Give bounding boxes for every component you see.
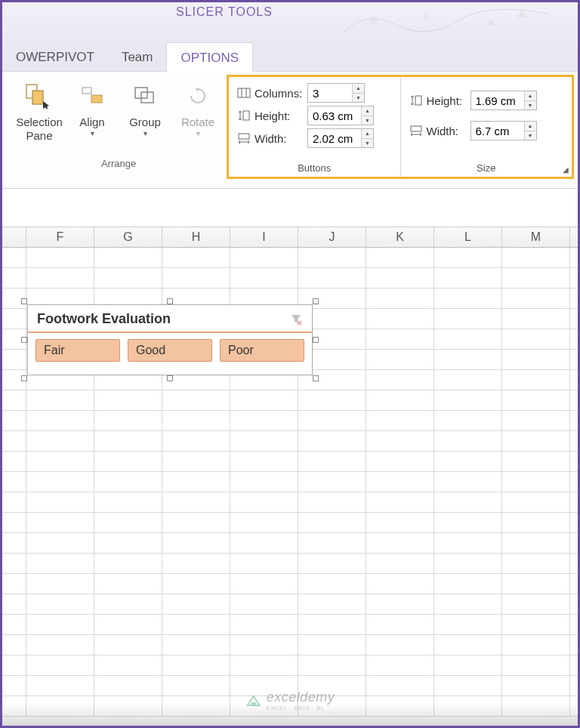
cell[interactable] — [94, 513, 162, 532]
cell[interactable] — [434, 492, 502, 512]
cell[interactable] — [2, 411, 26, 430]
cell[interactable] — [2, 615, 26, 634]
cell[interactable] — [502, 574, 570, 594]
grid-row[interactable] — [2, 513, 578, 533]
cell[interactable] — [502, 615, 570, 634]
cell[interactable] — [366, 676, 434, 696]
cell[interactable] — [434, 390, 502, 410]
cell[interactable] — [434, 370, 502, 390]
slicer-item-poor[interactable]: Poor — [220, 339, 304, 362]
cell[interactable] — [94, 594, 162, 614]
spin-up-icon[interactable]: ▲ — [525, 91, 536, 101]
cell[interactable] — [26, 594, 94, 614]
cell[interactable] — [434, 513, 502, 532]
cell[interactable] — [2, 533, 26, 553]
col-header[interactable]: K — [366, 227, 434, 247]
cell[interactable] — [502, 350, 570, 369]
cell[interactable] — [94, 554, 162, 573]
cell[interactable] — [230, 574, 298, 594]
cell[interactable] — [162, 431, 230, 451]
cell[interactable] — [2, 431, 26, 451]
cell[interactable] — [434, 288, 502, 308]
button-height-input-wrap[interactable]: ▲▼ — [307, 106, 374, 125]
cell[interactable] — [366, 452, 434, 471]
cell[interactable] — [366, 288, 434, 308]
cell[interactable] — [366, 533, 434, 553]
cell[interactable] — [502, 329, 570, 349]
cell[interactable] — [26, 696, 94, 716]
spin-up-icon[interactable]: ▲ — [362, 129, 373, 139]
grid-row[interactable] — [2, 533, 578, 554]
cell[interactable] — [434, 350, 502, 369]
cell[interactable] — [502, 431, 570, 451]
cell[interactable] — [2, 350, 26, 369]
cell[interactable] — [230, 431, 298, 451]
cell[interactable] — [434, 656, 502, 675]
cell[interactable] — [162, 676, 230, 696]
cell[interactable] — [2, 288, 26, 308]
cell[interactable] — [298, 533, 366, 553]
cell[interactable] — [26, 676, 94, 696]
cell[interactable] — [434, 574, 502, 594]
cell[interactable] — [230, 492, 298, 512]
cell[interactable] — [298, 268, 366, 288]
cell[interactable] — [2, 452, 26, 471]
cell[interactable] — [162, 696, 230, 716]
col-header[interactable]: M — [502, 227, 570, 247]
group-button[interactable]: Group ▾ — [120, 76, 170, 158]
cell[interactable] — [26, 615, 94, 634]
cell[interactable] — [26, 472, 94, 492]
cell[interactable] — [298, 492, 366, 512]
cell[interactable] — [366, 635, 434, 655]
cell[interactable] — [2, 248, 26, 267]
slicer-item-good[interactable]: Good — [128, 339, 212, 362]
cell[interactable] — [162, 533, 230, 553]
size-width-input[interactable] — [471, 122, 524, 140]
cell[interactable] — [230, 268, 298, 288]
cell[interactable] — [366, 309, 434, 329]
cell[interactable] — [230, 411, 298, 430]
cell[interactable] — [434, 554, 502, 573]
button-height-input[interactable] — [308, 106, 361, 125]
grid-row[interactable] — [2, 390, 578, 411]
cell[interactable] — [162, 248, 230, 267]
cell[interactable] — [298, 615, 366, 634]
size-width-input-wrap[interactable]: ▲▼ — [470, 121, 537, 140]
cell[interactable] — [434, 635, 502, 655]
grid-row[interactable] — [2, 268, 578, 288]
cell[interactable] — [502, 533, 570, 553]
cell[interactable] — [94, 452, 162, 471]
cell[interactable] — [230, 594, 298, 614]
cell[interactable] — [94, 411, 162, 430]
cell[interactable] — [162, 268, 230, 288]
cell[interactable] — [366, 350, 434, 369]
size-height-input-wrap[interactable]: ▲▼ — [470, 91, 537, 110]
cell[interactable] — [502, 411, 570, 430]
cell[interactable] — [2, 492, 26, 512]
cell[interactable] — [94, 696, 162, 716]
cell[interactable] — [2, 656, 26, 675]
col-header[interactable]: I — [230, 227, 298, 247]
cell[interactable] — [230, 656, 298, 675]
cell[interactable] — [2, 594, 26, 614]
rotate-button[interactable]: Rotate ▾ — [173, 76, 223, 158]
cell[interactable] — [298, 472, 366, 492]
grid-row[interactable] — [2, 554, 578, 574]
spin-down-icon[interactable]: ▼ — [362, 139, 373, 148]
cell[interactable] — [162, 390, 230, 410]
grid-row[interactable] — [2, 594, 578, 615]
cell[interactable] — [502, 594, 570, 614]
spin-up-icon[interactable]: ▲ — [353, 84, 364, 94]
cell[interactable] — [502, 554, 570, 573]
cell[interactable] — [2, 635, 26, 655]
cell[interactable] — [366, 431, 434, 451]
clear-filter-icon[interactable] — [289, 313, 303, 326]
cell[interactable] — [502, 390, 570, 410]
cell[interactable] — [366, 329, 434, 349]
cell[interactable] — [502, 492, 570, 512]
cell[interactable] — [26, 492, 94, 512]
cell[interactable] — [298, 513, 366, 532]
cell[interactable] — [94, 248, 162, 267]
cell[interactable] — [94, 472, 162, 492]
cell[interactable] — [502, 370, 570, 390]
